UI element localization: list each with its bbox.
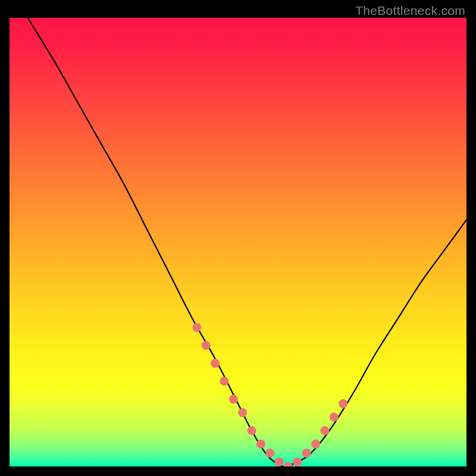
- watermark-text: TheBottleneck.com: [355, 4, 465, 18]
- bottleneck-curve: [28, 18, 466, 466]
- gpu-marker: [275, 458, 284, 466]
- gpu-marker: [248, 426, 256, 435]
- gpu-marker: [256, 440, 265, 449]
- gpu-marker: [284, 462, 293, 467]
- gpu-marker: [293, 458, 302, 466]
- chart-frame: TheBottleneck.com: [0, 0, 476, 476]
- gpu-marker: [229, 394, 238, 403]
- gpu-marker: [238, 408, 247, 417]
- gpu-marker: [211, 359, 220, 368]
- gpu-marker: [311, 440, 320, 449]
- gpu-marker: [339, 399, 347, 408]
- gpu-marker: [220, 377, 228, 386]
- gpu-marker: [302, 449, 311, 458]
- gpu-marker-group: [192, 323, 347, 466]
- gpu-marker: [330, 413, 339, 422]
- gpu-marker: [202, 341, 211, 350]
- gpu-marker: [265, 449, 274, 458]
- bottleneck-chart: [10, 18, 466, 466]
- gpu-marker: [320, 426, 329, 435]
- plot-area: [10, 18, 466, 466]
- gpu-marker: [192, 323, 201, 332]
